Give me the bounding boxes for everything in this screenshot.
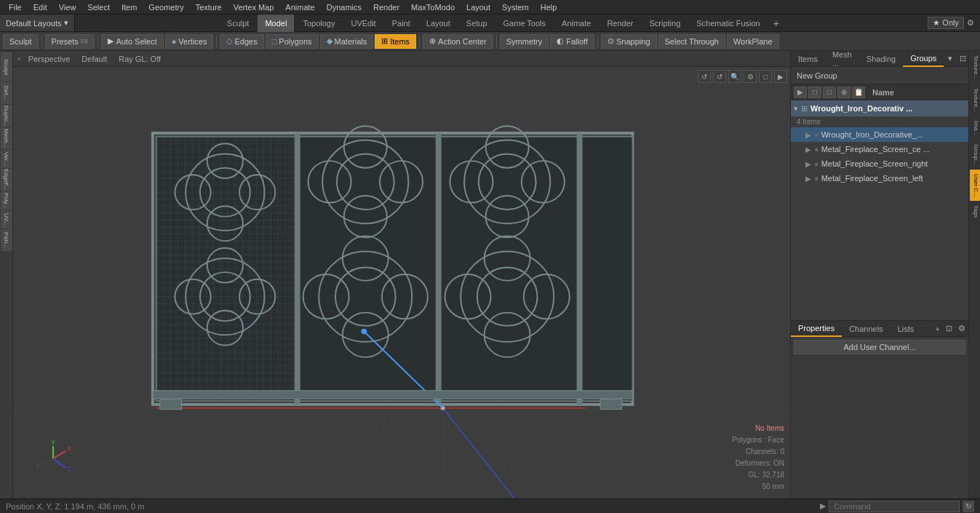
tab-lists[interactable]: Lists — [891, 321, 922, 337]
tab-shading[interactable]: Shading — [859, 51, 903, 67]
menu-item-maxtomodo[interactable]: MaxToModo — [405, 1, 461, 13]
tree-item-2[interactable]: ▶ ● Metal_Fireplace_Screen_right — [791, 156, 968, 171]
tab-mesh[interactable]: Mesh ... — [825, 51, 859, 67]
groups-copy-btn[interactable]: 📋 — [852, 87, 865, 98]
new-group-button[interactable]: New Group — [797, 71, 837, 80]
symmetry-button[interactable]: Symmetry — [500, 34, 549, 49]
menu-item-system[interactable]: System — [496, 1, 535, 13]
menu-item-texture[interactable]: Texture — [190, 1, 228, 13]
layout-tab-schematic-fusion[interactable]: Schematic Fusion — [689, 15, 767, 32]
sidebar-mesh[interactable]: Mesh... — [1, 127, 12, 149]
presets-button[interactable]: Presets F6 — [45, 34, 95, 49]
menu-item-dynamics[interactable]: Dynamics — [321, 1, 367, 13]
layout-selector[interactable]: Default Layouts ▾ — [0, 15, 75, 31]
layout-tab-model[interactable]: Model — [258, 15, 294, 32]
tree-item-1[interactable]: ▶ ● Metal_Fireplace_Screen_ce ... — [791, 142, 968, 156]
menu-item-item[interactable]: Item — [116, 1, 143, 13]
menu-item-edit[interactable]: Edit — [28, 1, 53, 13]
chevron-down-icon: ▾ — [64, 18, 68, 28]
tab-channels[interactable]: Channels — [842, 321, 890, 337]
menu-item-view[interactable]: View — [53, 1, 82, 13]
tree-item-3[interactable]: ▶ ● Metal_Fireplace_Screen_left — [791, 171, 968, 186]
layout-tab-uvedit[interactable]: UVEdit — [343, 15, 383, 32]
groups-box-btn[interactable]: □ — [808, 87, 821, 98]
far-right-texture1[interactable]: Texture... — [970, 51, 980, 84]
items-button[interactable]: ⊞ Items — [375, 34, 416, 49]
tree-group-row[interactable]: ▾ ⊞ Wrought_Iron_Decorativ ... — [791, 100, 968, 116]
layout-tab-render[interactable]: Render — [599, 15, 640, 32]
layout-tab-setup[interactable]: Setup — [459, 15, 495, 32]
tab-groups[interactable]: Groups — [903, 51, 944, 67]
viewport-render-mode[interactable]: Ray GL: Off — [114, 54, 165, 64]
far-right-texture2[interactable]: Texture... — [970, 84, 980, 116]
add-channel-button[interactable]: Add User Channel... — [794, 340, 965, 354]
viewport-scene — [13, 67, 790, 498]
sidebar-poly[interactable]: Poly... — [1, 191, 12, 210]
sidebar-uv[interactable]: UV... — [1, 210, 12, 228]
viewport-view-label[interactable]: Default — [77, 54, 111, 64]
viewport-playback-icon[interactable]: ↺ — [713, 70, 726, 83]
action-center-button[interactable]: ⊕ Action Center — [423, 34, 493, 49]
sidebar-fish[interactable]: Fish... — [1, 229, 12, 251]
viewport-play-icon[interactable]: ▶ — [774, 70, 787, 83]
layout-tab-game-tools[interactable]: Game Tools — [496, 15, 554, 32]
far-right-user-c[interactable]: User C... — [970, 170, 980, 202]
viewport-maximize-icon[interactable]: □ — [759, 70, 772, 83]
menu-item-animate[interactable]: Animate — [279, 1, 320, 13]
select-through-button[interactable]: Select Through — [658, 34, 725, 49]
layout-tab-sculpt[interactable]: Sculpt — [220, 15, 257, 32]
viewport-settings-icon[interactable]: ⚙ — [744, 70, 757, 83]
menu-item-select[interactable]: Select — [81, 1, 116, 13]
layout-gear-icon[interactable]: ⚙ — [967, 18, 974, 28]
menu-item-help[interactable]: Help — [535, 1, 563, 13]
menu-item-file[interactable]: File — [3, 1, 28, 13]
command-run-button[interactable]: ↻ — [963, 501, 974, 512]
tab-expand-icon[interactable]: ⊡ — [957, 52, 969, 65]
layout-tab-layout[interactable]: Layout — [419, 15, 458, 32]
menu-item-render[interactable]: Render — [367, 1, 405, 13]
menu-item-layout[interactable]: Layout — [461, 1, 496, 13]
snapping-button[interactable]: ⊙ Snapping — [601, 34, 657, 49]
only-button[interactable]: ★ Only — [928, 17, 964, 29]
sidebar-sculpt[interactable]: Sculpt — [1, 52, 12, 81]
add-layout-tab-button[interactable]: + — [769, 17, 784, 29]
materials-button[interactable]: ◆ Materials — [320, 34, 374, 49]
viewport-search-icon[interactable]: 🔍 — [728, 70, 741, 83]
layout-tab-topology[interactable]: Topology — [295, 15, 342, 32]
sidebar-edgf[interactable]: EdgeF... — [1, 169, 12, 191]
sidebar-def[interactable]: Def... — [1, 82, 12, 104]
viewport-stats: No Items Polygons : Face Channels: 0 Def… — [732, 423, 784, 493]
tab-dropdown-icon[interactable]: ▾ — [944, 52, 957, 65]
vertices-button[interactable]: ● Vertices — [165, 34, 214, 49]
viewport-reset-icon[interactable]: ↺ — [698, 70, 711, 83]
props-expand-icon[interactable]: ⊡ — [943, 324, 955, 333]
sidebar-ver[interactable]: Ver... — [1, 150, 12, 168]
auto-select-button[interactable]: ▶ Auto Select — [101, 34, 163, 49]
edges-button[interactable]: ◇ Edges — [220, 34, 263, 49]
menu-item-geometry[interactable]: Geometry — [143, 1, 189, 13]
polygons-button[interactable]: □ Polygons — [266, 34, 319, 49]
layout-tab-paint[interactable]: Paint — [385, 15, 418, 32]
sculpt-button[interactable]: Sculpt — [3, 34, 39, 49]
layout-tab-scripting[interactable]: Scripting — [642, 15, 688, 32]
viewport[interactable]: ↺ ↺ 🔍 ⚙ □ ▶ X X Y Z — [13, 67, 790, 498]
viewport-view-mode[interactable]: Perspective — [24, 54, 74, 64]
groups-play-btn[interactable]: ▶ — [794, 87, 807, 98]
props-plus-icon[interactable]: + — [933, 325, 943, 333]
tree-item-0[interactable]: ▶ ● Wrought_Iron_Decorative_... — [791, 127, 968, 142]
falloff-button[interactable]: ◐ Falloff — [550, 34, 594, 49]
viewport-pin[interactable]: ● — [17, 55, 21, 62]
groups-box2-btn[interactable]: □ — [823, 87, 836, 98]
layout-tab-animate[interactable]: Animate — [554, 15, 598, 32]
far-right-group[interactable]: Group... — [970, 140, 980, 170]
groups-add-btn[interactable]: ⊕ — [837, 87, 850, 98]
workplane-button[interactable]: WorkPlane — [727, 34, 779, 49]
sidebar-dupl[interactable]: Duplic... — [1, 105, 12, 127]
menu-item-vertex map[interactable]: Vertex Map — [228, 1, 280, 13]
tab-properties[interactable]: Properties — [791, 321, 842, 337]
tab-items[interactable]: Items — [791, 51, 825, 67]
command-input[interactable] — [829, 501, 960, 512]
far-right-ima[interactable]: Ima... — [970, 116, 980, 140]
props-gear-icon[interactable]: ⚙ — [955, 324, 968, 333]
far-right-tags[interactable]: Tags — [970, 201, 980, 222]
